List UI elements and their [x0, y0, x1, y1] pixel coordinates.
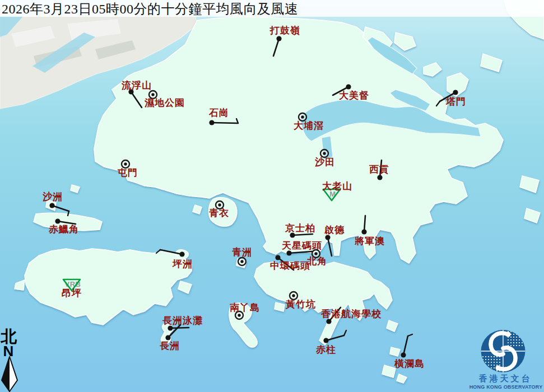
station-label: 流浮山 [121, 80, 152, 91]
station-label: 大埔滘 [294, 120, 324, 131]
station-ngong-ping: VRB昂坪 [62, 279, 82, 298]
station-dot [314, 252, 317, 255]
station-label: 南丫島 [230, 302, 260, 313]
station-label: 香港航海學校 [320, 309, 382, 319]
map-title: 2026年3月23日05時00分的十分鐘平均風向及風速 [2, 2, 299, 16]
station-dot [209, 120, 214, 125]
station-dot [275, 255, 280, 260]
station-dot [361, 229, 366, 234]
station-dot [168, 325, 173, 330]
title-bar: 2026年3月23日05時00分的十分鐘平均風向及風速 [0, 0, 544, 17]
station-dot [292, 294, 295, 297]
station-label: 屯門 [117, 167, 138, 178]
station-label: 濕地公園 [144, 97, 185, 108]
station-label: 大美督 [339, 90, 369, 101]
station-dot [377, 175, 382, 180]
station-label: 坪洲 [172, 259, 193, 269]
station-label: 京士柏 [285, 223, 315, 234]
station-label: 昂坪 [62, 288, 82, 298]
station-dot [453, 90, 458, 95]
station-dot [165, 335, 170, 340]
station-label: 長洲 [160, 340, 180, 351]
station-dot [346, 84, 351, 89]
station-label: 大老山 [322, 181, 352, 192]
hko-logo-chinese-name: 香港天文台 [478, 374, 532, 383]
station-label: 沙田 [314, 157, 335, 167]
station-dot [151, 93, 154, 96]
wind-barb-shaft [170, 328, 189, 328]
wind-barb-shaft [212, 123, 238, 123]
station-label: 打鼓嶺 [269, 25, 300, 36]
station-dot [49, 203, 54, 208]
station-dot [124, 162, 127, 165]
station-label: 石崗 [208, 108, 229, 118]
station-dot [325, 235, 330, 240]
station-label: 青洲 [232, 247, 252, 258]
station-dot [238, 314, 240, 316]
station-label: 青衣 [209, 208, 229, 218]
station-dot [179, 251, 184, 256]
wind-map-canvas: 打鼓嶺流浮山濕地公園石崗大美督塔門大埔滘沙田西貢M大老山屯門沙洲赤鱲角青衣京士柏… [0, 0, 544, 392]
compass-n-label: N [3, 343, 14, 360]
station-label: 長洲泳灘 [162, 315, 203, 326]
station-label: 塔門 [445, 96, 466, 107]
station-dot [276, 36, 281, 41]
station-label: 赤鱲角 [48, 224, 79, 235]
station-label: 黃竹坑 [285, 298, 316, 310]
station-label: 西貢 [369, 164, 389, 175]
station-dot [323, 152, 326, 155]
station-label: 橫瀾島 [394, 358, 425, 369]
station-dot [286, 250, 291, 255]
station-dot [323, 338, 328, 343]
station-label: 中環碼頭 [270, 260, 310, 271]
station-label: 啟德 [324, 225, 345, 235]
hko-logo-english-name: HONG KONG OBSERVATORY [469, 384, 543, 390]
station-dot [240, 260, 243, 263]
station-dot [326, 319, 331, 324]
station-dot [218, 203, 221, 206]
station-dot [55, 218, 60, 223]
wind-map: 打鼓嶺流浮山濕地公園石崗大美督塔門大埔滘沙田西貢M大老山屯門沙洲赤鱲角青衣京士柏… [0, 0, 544, 392]
station-label: 將軍澳 [354, 236, 385, 246]
station-label: 赤柱 [315, 344, 336, 355]
station-dot [301, 115, 304, 118]
station-label: 沙洲 [42, 192, 63, 202]
station-dot [401, 352, 406, 357]
